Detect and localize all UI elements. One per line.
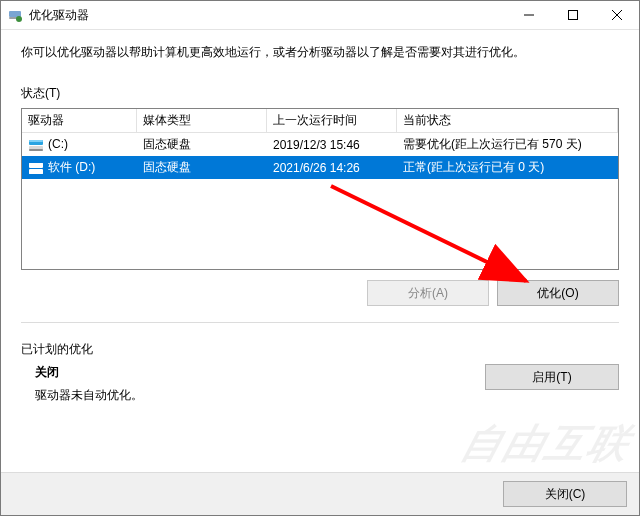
svg-point-2 (16, 16, 22, 22)
cell-status: 正常(距上次运行已有 0 天) (397, 156, 618, 179)
cell-drive: (C:) (22, 134, 137, 156)
footer: 关闭(C) (1, 472, 639, 515)
window-frame: 优化驱动器 你可以优化驱动器以帮助计算机更高效地运行，或者分析驱动器以了解是否需… (0, 0, 640, 516)
svg-rect-11 (29, 172, 43, 174)
scheduled-title: 关闭 (35, 364, 143, 381)
drives-table: 驱动器 媒体类型 上一次运行时间 当前状态 (C:)固态硬盘2019/12/3 … (21, 108, 619, 270)
scheduled-text: 关闭 驱动器未自动优化。 (21, 364, 143, 404)
svg-rect-7 (29, 149, 43, 151)
table-row[interactable]: (C:)固态硬盘2019/12/3 15:46需要优化(距上次运行已有 570 … (22, 133, 618, 156)
table-button-row: 分析(A) 优化(O) (21, 280, 619, 306)
column-media[interactable]: 媒体类型 (137, 109, 267, 132)
cell-last-run: 2019/12/3 15:46 (267, 135, 397, 155)
description-text: 你可以优化驱动器以帮助计算机更高效地运行，或者分析驱动器以了解是否需要对其进行优… (21, 44, 619, 61)
table-body: (C:)固态硬盘2019/12/3 15:46需要优化(距上次运行已有 570 … (22, 133, 618, 179)
cell-media: 固态硬盘 (137, 133, 267, 156)
column-last[interactable]: 上一次运行时间 (267, 109, 397, 132)
svg-rect-3 (569, 11, 578, 20)
table-row[interactable]: 软件 (D:)固态硬盘2021/6/26 14:26正常(距上次运行已有 0 天… (22, 156, 618, 179)
content-area: 你可以优化驱动器以帮助计算机更高效地运行，或者分析驱动器以了解是否需要对其进行优… (1, 30, 639, 472)
analyze-button[interactable]: 分析(A) (367, 280, 489, 306)
drive-icon (28, 137, 44, 153)
svg-rect-9 (29, 163, 43, 165)
column-status[interactable]: 当前状态 (397, 109, 618, 132)
svg-rect-5 (29, 140, 43, 142)
scheduled-section-label: 已计划的优化 (21, 341, 619, 358)
status-section-label: 状态(T) (21, 85, 619, 102)
close-button[interactable] (595, 1, 639, 29)
maximize-button[interactable] (551, 1, 595, 29)
minimize-button[interactable] (507, 1, 551, 29)
app-icon (7, 7, 23, 23)
titlebar: 优化驱动器 (1, 1, 639, 30)
cell-drive: 软件 (D:) (22, 156, 137, 179)
optimize-button[interactable]: 优化(O) (497, 280, 619, 306)
divider (21, 322, 619, 323)
window-title: 优化驱动器 (29, 7, 507, 24)
scheduled-desc: 驱动器未自动优化。 (35, 387, 143, 404)
window-controls (507, 1, 639, 29)
cell-media: 固态硬盘 (137, 156, 267, 179)
scheduled-area: 关闭 驱动器未自动优化。 启用(T) (21, 364, 619, 404)
cell-last-run: 2021/6/26 14:26 (267, 158, 397, 178)
drive-icon (28, 160, 44, 176)
column-drive[interactable]: 驱动器 (22, 109, 137, 132)
enable-button[interactable]: 启用(T) (485, 364, 619, 390)
cell-status: 需要优化(距上次运行已有 570 天) (397, 133, 618, 156)
table-header: 驱动器 媒体类型 上一次运行时间 当前状态 (22, 109, 618, 133)
close-dialog-button[interactable]: 关闭(C) (503, 481, 627, 507)
